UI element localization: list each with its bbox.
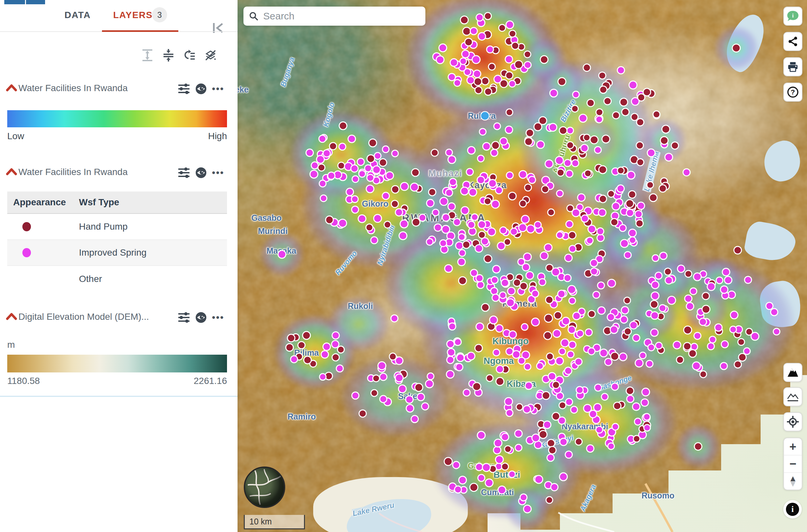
hand-pump-marker[interactable]	[463, 27, 470, 35]
improved-spring-marker[interactable]	[398, 385, 406, 393]
improved-spring-marker[interactable]	[351, 196, 358, 203]
improved-spring-marker[interactable]	[461, 207, 469, 214]
hand-pump-marker[interactable]	[515, 60, 522, 69]
improved-spring-marker[interactable]	[568, 286, 576, 293]
improved-spring-marker[interactable]	[564, 367, 572, 375]
improved-spring-marker[interactable]	[561, 339, 569, 347]
improved-spring-marker[interactable]	[457, 354, 464, 362]
improved-spring-marker[interactable]	[683, 169, 690, 176]
improved-spring-marker[interactable]	[635, 359, 643, 367]
improved-spring-marker[interactable]	[692, 362, 700, 370]
hand-pump-marker[interactable]	[373, 375, 380, 382]
improved-spring-marker[interactable]	[720, 286, 728, 293]
hand-pump-marker[interactable]	[567, 142, 574, 149]
improved-spring-marker[interactable]	[352, 206, 359, 213]
improved-spring-marker[interactable]	[311, 162, 318, 169]
improved-spring-marker[interactable]	[460, 58, 466, 64]
improved-spring-marker[interactable]	[427, 373, 434, 380]
improved-spring-marker[interactable]	[521, 324, 528, 330]
improved-spring-marker[interactable]	[479, 128, 486, 135]
hand-pump-marker[interactable]	[429, 189, 436, 196]
improved-spring-marker[interactable]	[569, 341, 576, 348]
layer-visibility-icon[interactable]	[195, 311, 207, 323]
improved-spring-marker[interactable]	[506, 410, 513, 417]
improved-spring-marker[interactable]	[571, 406, 578, 413]
improved-spring-marker[interactable]	[520, 494, 527, 501]
improved-spring-marker[interactable]	[693, 273, 702, 281]
improved-spring-marker[interactable]	[597, 234, 604, 242]
improved-spring-marker[interactable]	[359, 170, 365, 177]
improved-spring-marker[interactable]	[577, 330, 583, 337]
improved-spring-marker[interactable]	[476, 14, 483, 21]
improved-spring-marker[interactable]	[319, 180, 326, 187]
hand-pump-marker[interactable]	[411, 169, 419, 176]
improved-spring-marker[interactable]	[425, 380, 433, 388]
chevron-up-icon[interactable]	[6, 168, 17, 176]
improved-spring-marker[interactable]	[560, 438, 567, 445]
hand-pump-marker[interactable]	[557, 169, 564, 176]
attribution-button[interactable]: i	[783, 500, 802, 518]
improved-spring-marker[interactable]	[432, 209, 439, 216]
improved-spring-marker[interactable]	[467, 77, 474, 84]
improved-spring-marker[interactable]	[519, 170, 527, 178]
hand-pump-marker[interactable]	[547, 440, 555, 447]
improved-spring-marker[interactable]	[652, 255, 659, 261]
improved-spring-marker[interactable]	[373, 166, 381, 174]
layer-menu-icon[interactable]: •••	[212, 168, 224, 178]
zoom-out-button[interactable]: −	[784, 455, 802, 472]
hand-pump-marker[interactable]	[636, 142, 643, 149]
hand-pump-marker[interactable]	[519, 200, 526, 207]
improved-spring-marker[interactable]	[505, 126, 513, 133]
improved-spring-marker[interactable]	[524, 364, 531, 370]
improved-spring-marker[interactable]	[410, 183, 419, 191]
improved-spring-marker[interactable]	[366, 185, 374, 192]
layer-menu-icon[interactable]: •••	[212, 312, 224, 322]
improved-spring-marker[interactable]	[453, 218, 461, 226]
improved-spring-marker[interactable]	[525, 382, 532, 389]
improved-spring-marker[interactable]	[499, 292, 506, 299]
improved-spring-marker[interactable]	[445, 189, 453, 196]
hand-pump-marker[interactable]	[684, 326, 692, 334]
hand-pump-marker[interactable]	[613, 112, 619, 119]
improved-spring-marker[interactable]	[419, 214, 426, 221]
tab-layers[interactable]: LAYERS 3	[113, 10, 153, 20]
improved-spring-marker[interactable]	[617, 67, 625, 74]
improved-spring-marker[interactable]	[572, 209, 580, 217]
hand-pump-marker[interactable]	[304, 356, 311, 364]
improved-spring-marker[interactable]	[386, 172, 394, 179]
feedback-button[interactable]: i	[783, 6, 802, 26]
improved-spring-marker[interactable]	[426, 239, 433, 245]
hand-pump-marker[interactable]	[600, 86, 607, 93]
hand-pump-marker[interactable]	[366, 224, 373, 231]
hand-pump-marker[interactable]	[544, 331, 552, 340]
hand-pump-marker[interactable]	[431, 149, 438, 156]
hand-pump-marker[interactable]	[659, 185, 666, 192]
hand-pump-marker[interactable]	[501, 463, 508, 470]
map-canvas[interactable]: ekeBuganyaKogoloRukaraBizitireLake Ihema…	[237, 0, 807, 532]
improved-spring-marker[interactable]	[492, 201, 499, 208]
improved-spring-marker[interactable]	[476, 275, 483, 282]
improved-spring-marker[interactable]	[453, 461, 460, 469]
improved-spring-marker[interactable]	[572, 159, 579, 167]
hand-pump-marker[interactable]	[702, 292, 709, 300]
layer-header-dem[interactable]: Digital Elevation Model (DEM)... •••	[0, 311, 237, 325]
improved-spring-marker[interactable]	[612, 423, 618, 430]
hand-pump-marker[interactable]	[700, 371, 707, 378]
improved-spring-marker[interactable]	[598, 209, 606, 216]
improved-spring-marker[interactable]	[716, 277, 723, 284]
improved-spring-marker[interactable]	[513, 351, 520, 358]
improved-spring-marker[interactable]	[637, 202, 645, 209]
improved-spring-marker[interactable]	[601, 394, 608, 400]
improved-spring-marker[interactable]	[600, 349, 608, 357]
expand-all-icon[interactable]	[141, 49, 153, 62]
hand-pump-marker[interactable]	[608, 190, 615, 197]
improved-spring-marker[interactable]	[459, 250, 465, 256]
hand-pump-marker[interactable]	[602, 135, 610, 143]
improved-spring-marker[interactable]	[501, 279, 509, 287]
improved-spring-marker[interactable]	[605, 358, 612, 365]
hand-pump-marker[interactable]	[633, 436, 640, 442]
improved-spring-marker[interactable]	[625, 252, 631, 259]
improved-spring-marker[interactable]	[486, 46, 494, 53]
improved-spring-marker[interactable]	[532, 290, 539, 297]
improved-spring-marker[interactable]	[644, 424, 650, 431]
